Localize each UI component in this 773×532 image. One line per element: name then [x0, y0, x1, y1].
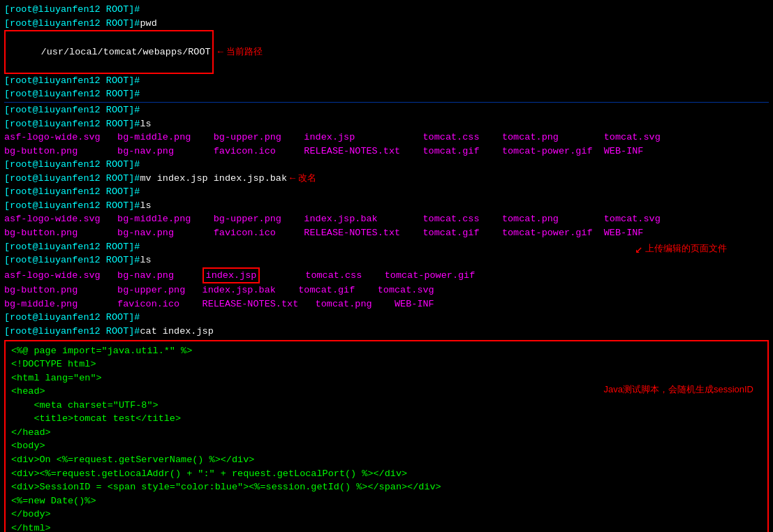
prompt: [root@liuyanfen12 ROOT]#: [4, 17, 140, 31]
terminal-line-pwd: [root@liuyanfen12 ROOT]#pwd: [4, 17, 769, 31]
terminal-line: [root@liuyanfen12 ROOT]#: [4, 185, 769, 199]
code-line-10: <div><%=request.getLocalAddr() + ":" + r…: [11, 467, 762, 481]
code-line-9: <div>On <%=request.getServerName() %></d…: [11, 453, 762, 467]
path-highlight: /usr/local/tomcat/webapps/ROOT: [4, 30, 214, 74]
terminal-line: [root@liuyanfen12 ROOT]#: [4, 87, 769, 101]
annotation-current-path: 当前路径: [226, 45, 263, 59]
ls-output-row1: asf-logo-wide.svg bg-middle.png bg-upper…: [4, 131, 769, 145]
arrow-right-icon: ←: [218, 45, 223, 59]
index-jsp-highlight: index.jsp: [203, 267, 260, 284]
divider: [4, 102, 769, 103]
terminal-line-ls1: [root@liuyanfen12 ROOT]#ls: [4, 117, 769, 131]
ls3-output-row1: asf-logo-wide.svg bg-nav.png index.jsp t…: [4, 267, 769, 284]
code-line-11: <div>SessionID = <span style="color:blue…: [11, 480, 762, 494]
terminal-line-cat: [root@liuyanfen12 ROOT]#cat index.jsp: [4, 325, 769, 339]
terminal-line-path: /usr/local/tomcat/webapps/ROOT ← 当前路径: [4, 30, 769, 74]
terminal-line: [root@liuyanfen12 ROOT]#: [4, 311, 769, 325]
code-line-7: </head>: [11, 426, 762, 440]
terminal-line-mv: [root@liuyanfen12 ROOT]#mv index.jsp ind…: [4, 172, 769, 186]
code-line-5: <meta charset="UTF-8">: [11, 399, 762, 413]
code-line-14: </html>: [11, 522, 762, 532]
prompt: [root@liuyanfen12 ROOT]#: [4, 3, 140, 17]
ls3-section: [root@liuyanfen12 ROOT]#ls asf-logo-wide…: [4, 253, 769, 311]
terminal-line: [root@liuyanfen12 ROOT]#: [4, 103, 769, 117]
code-line-12: <%=new Date()%>: [11, 494, 762, 508]
code-block: Java测试脚本，会随机生成sessionID <%@ page import=…: [4, 340, 769, 533]
annotation-rename: 改名: [298, 172, 316, 185]
arrow-down-icon: ↙: [635, 241, 642, 256]
code-line-13: </body>: [11, 508, 762, 522]
terminal-line: [root@liuyanfen12 ROOT]#: [4, 158, 769, 172]
ls2-output-row2: bg-button.png bg-nav.png favicon.ico REL…: [4, 226, 769, 240]
path-text: /usr/local/tomcat/webapps/ROOT: [41, 47, 211, 57]
arrow-left-icon: ←: [290, 172, 295, 186]
cmd-text: pwd: [140, 17, 156, 31]
code-line-6: <title>tomcat test</title>: [11, 412, 762, 426]
ls2-output-row1: asf-logo-wide.svg bg-middle.png bg-upper…: [4, 212, 769, 226]
code-line-1: <%@ page import="java.util.*" %>: [11, 344, 762, 358]
code-line-8: <body>: [11, 439, 762, 453]
terminal-line-ls2: [root@liuyanfen12 ROOT]#ls: [4, 199, 769, 213]
terminal-line: [root@liuyanfen12 ROOT]#: [4, 3, 769, 17]
annotation-upload: ↙ 上传编辑的页面文件: [635, 241, 727, 256]
java-annotation: Java测试脚本，会随机生成sessionID: [603, 383, 753, 396]
terminal-line: [root@liuyanfen12 ROOT]#: [4, 74, 769, 88]
code-line-2: <!DOCTYPE html>: [11, 357, 762, 371]
terminal: [root@liuyanfen12 ROOT]# [root@liuyanfen…: [0, 0, 773, 532]
ls-output-row2: bg-button.png bg-nav.png favicon.ico REL…: [4, 145, 769, 158]
ls3-output-row2: bg-button.png bg-upper.png index.jsp.bak…: [4, 283, 769, 297]
ls3-output-row3: bg-middle.png favicon.ico RELEASE-NOTES.…: [4, 297, 769, 311]
